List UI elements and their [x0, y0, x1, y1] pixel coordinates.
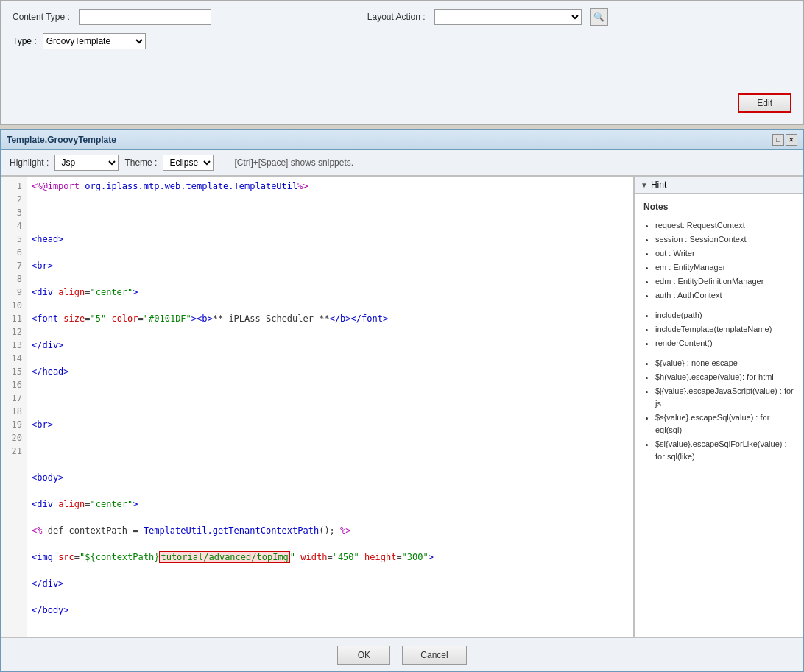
cancel-button[interactable]: Cancel — [402, 646, 466, 665]
type-label: Type : — [13, 36, 37, 46]
notes-list: request: RequestContext session : Sessio… — [643, 219, 794, 302]
note-item: edm : EntityDefinitionManager — [655, 275, 794, 288]
content-type-row: Content Type : Layout Action : 🔍 — [13, 8, 791, 26]
note-item: include(path) — [655, 309, 794, 322]
shortcut-hint: [Ctrl]+[Space] shows snippets. — [234, 158, 353, 168]
note-item: $s{value}.escapeSql(value) : for eql(sql… — [655, 411, 794, 436]
note-item: $h(value).escape(value): for html — [655, 371, 794, 383]
theme-label: Theme : — [124, 158, 157, 168]
hint-toggle-icon[interactable]: ▼ — [641, 181, 648, 189]
content-type-input[interactable] — [79, 9, 211, 25]
notes-list-3: ${value} : none escape $h(value).escape(… — [643, 357, 794, 463]
layout-action-select[interactable] — [434, 9, 582, 25]
hint-header: ▼ Hint — [635, 177, 803, 194]
top-panel: Content Type : Layout Action : 🔍 Type : … — [0, 0, 804, 125]
template-dialog: Template.GroovyTemplate □ ✕ Highlight : … — [0, 129, 804, 672]
note-item: ${value} : none escape — [655, 357, 794, 369]
theme-select[interactable]: Eclipse Default Dark — [163, 155, 214, 171]
close-button[interactable]: ✕ — [786, 134, 797, 146]
type-select[interactable]: GroovyTemplate — [43, 33, 146, 49]
search-icon: 🔍 — [593, 12, 604, 22]
notes-list-2: include(path) includeTemplate(templateNa… — [643, 309, 794, 350]
note-item: includeTemplate(templateName) — [655, 323, 794, 336]
note-item: em : EntityManager — [655, 261, 794, 274]
note-item: auth : AuthContext — [655, 289, 794, 302]
type-row: Type : GroovyTemplate — [13, 33, 791, 49]
hint-content: Notes request: RequestContext session : … — [635, 194, 803, 478]
content-type-label: Content Type : — [13, 12, 70, 22]
line-numbers: 12345 678910 1112131415 1617181920 21 — [1, 177, 27, 637]
dialog-footer: OK Cancel — [1, 637, 803, 671]
note-item: $j{value}.escapeJavaScript(value) : for … — [655, 385, 794, 410]
layout-action-label: Layout Action : — [367, 12, 426, 22]
highlight-label: Highlight : — [10, 158, 49, 168]
dialog-controls: □ ✕ — [772, 134, 797, 146]
hint-panel: ▼ Hint Notes request: RequestContext ses… — [634, 177, 803, 637]
dialog-title: Template.GroovyTemplate — [7, 135, 116, 145]
ok-button[interactable]: OK — [337, 646, 390, 665]
hint-label: Hint — [651, 180, 666, 190]
edit-button[interactable]: Edit — [738, 93, 791, 113]
note-item: request: RequestContext — [655, 219, 794, 232]
highlight-select[interactable]: Jsp HTML CSS JavaScript — [54, 155, 119, 171]
editor-toolbar: Highlight : Jsp HTML CSS JavaScript Them… — [1, 150, 803, 176]
note-item: $sl{value}.escapeSqlForLike(value) : for… — [655, 438, 794, 463]
editor-area: 12345 678910 1112131415 1617181920 21 <%… — [1, 176, 803, 637]
search-button[interactable]: 🔍 — [590, 8, 608, 26]
minimize-button[interactable]: □ — [772, 134, 784, 146]
dialog-titlebar: Template.GroovyTemplate □ ✕ — [1, 130, 803, 150]
code-content[interactable]: <%@import org.iplass.mtp.web.template.Te… — [27, 177, 633, 637]
note-item: out : Writer — [655, 247, 794, 260]
code-editor[interactable]: 12345 678910 1112131415 1617181920 21 <%… — [1, 177, 634, 637]
note-item: renderContent() — [655, 337, 794, 350]
notes-title: Notes — [643, 201, 794, 213]
note-item: session : SessionContext — [655, 233, 794, 246]
